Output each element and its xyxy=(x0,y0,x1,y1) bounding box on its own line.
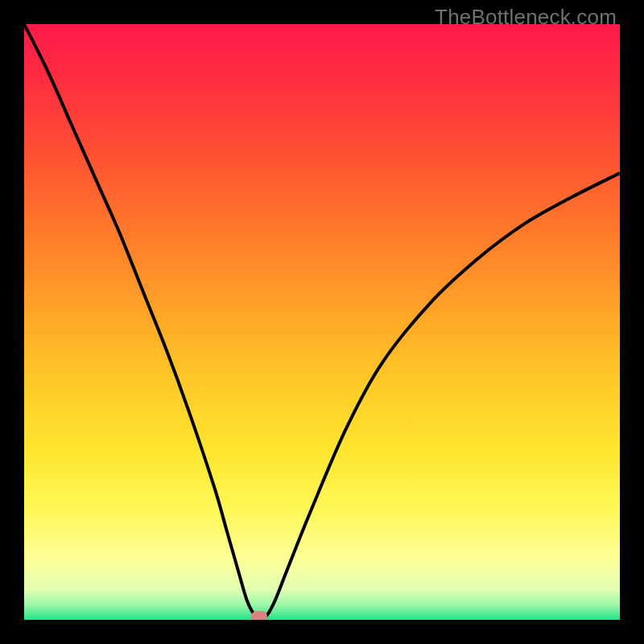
minimum-point-marker xyxy=(251,611,267,620)
bottleneck-curve xyxy=(24,24,620,620)
chart-frame: TheBottleneck.com xyxy=(0,0,644,644)
plot-area xyxy=(24,24,620,620)
